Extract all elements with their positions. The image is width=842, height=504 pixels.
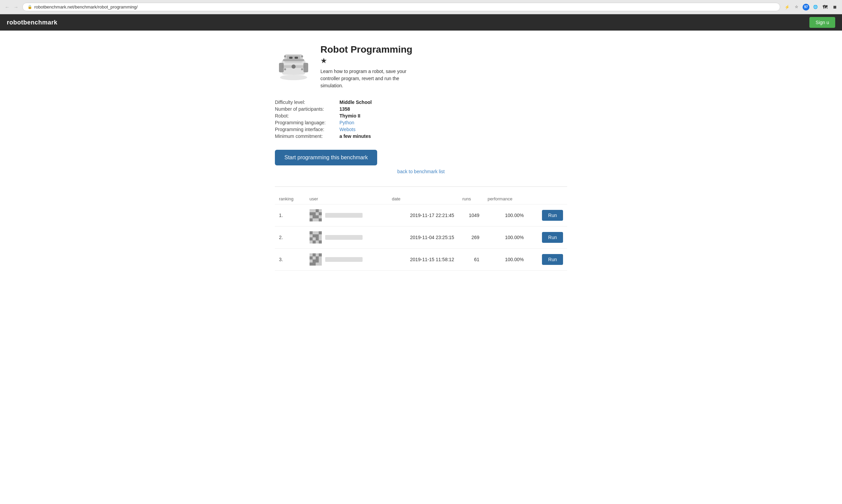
date-cell: 2019-11-15 11:58:12 <box>388 249 458 271</box>
logo[interactable]: robotbenchmark <box>7 19 57 26</box>
svg-rect-12 <box>283 59 304 61</box>
user-cell <box>305 227 388 249</box>
svg-point-6 <box>284 68 286 70</box>
user-cell <box>305 249 388 271</box>
svg-rect-18 <box>319 209 322 212</box>
svg-rect-38 <box>319 234 322 237</box>
svg-rect-27 <box>310 218 313 221</box>
svg-rect-34 <box>319 231 322 234</box>
svg-rect-28 <box>313 218 316 221</box>
participants-row: Number of participants: 1358 <box>275 106 567 112</box>
commitment-row: Minimum commitment: a few minutes <box>275 133 567 139</box>
signup-button[interactable]: Sign u <box>809 17 835 28</box>
extension2-icon[interactable]: 🌐 <box>812 4 819 11</box>
svg-point-7 <box>301 68 303 70</box>
browser-chrome: ← → 🔒 robotbenchmark.net/benchmark/robot… <box>0 0 842 14</box>
forward-button[interactable]: → <box>13 4 19 10</box>
col-user: user <box>305 194 388 204</box>
svg-rect-45 <box>316 240 319 244</box>
svg-rect-51 <box>310 256 313 259</box>
svg-rect-30 <box>319 218 322 221</box>
menu-icon[interactable]: ▦ <box>831 4 838 11</box>
profile-icon[interactable]: 97 <box>803 4 809 11</box>
difficulty-label: Difficulty level: <box>275 100 339 105</box>
commitment-label: Minimum commitment: <box>275 133 339 139</box>
benchmark-title: Robot Programming <box>320 44 416 55</box>
table-row: 1. 2019-11-17 22:21:45 1049 100.00% Run <box>275 204 567 227</box>
back-to-list-link[interactable]: back to benchmark list <box>275 169 567 174</box>
svg-rect-53 <box>316 256 319 259</box>
svg-rect-58 <box>319 259 322 263</box>
svg-rect-43 <box>310 240 313 244</box>
back-button[interactable]: ← <box>4 4 10 10</box>
svg-rect-35 <box>310 234 313 237</box>
svg-rect-19 <box>310 212 313 215</box>
svg-rect-24 <box>313 215 316 218</box>
svg-rect-52 <box>313 256 316 259</box>
section-divider <box>275 186 567 187</box>
maps-icon[interactable]: 🗺 <box>822 4 828 11</box>
extension-icon[interactable]: ⚡ <box>784 4 790 11</box>
robot-value: Thymio II <box>339 113 360 119</box>
difficulty-value: Middle School <box>339 100 372 105</box>
difficulty-row: Difficulty level: Middle School <box>275 100 567 105</box>
performance-cell: 100.00% <box>484 227 528 249</box>
run-button[interactable]: Run <box>542 210 563 221</box>
rankings-table: ranking user date runs performance 1. 20… <box>275 194 567 271</box>
svg-rect-32 <box>313 231 316 234</box>
star-icon[interactable]: ☆ <box>793 4 800 11</box>
col-action <box>528 194 567 204</box>
table-header-row: ranking user date runs performance <box>275 194 567 204</box>
user-cell <box>305 204 388 227</box>
run-button[interactable]: Run <box>542 232 563 243</box>
rank-cell: 2. <box>275 227 305 249</box>
interface-label: Programming interface: <box>275 127 339 132</box>
runs-cell: 1049 <box>458 204 484 227</box>
svg-rect-42 <box>319 237 322 240</box>
svg-rect-48 <box>313 253 316 256</box>
svg-rect-17 <box>316 209 319 212</box>
top-nav: robotbenchmark Sign u <box>0 14 842 31</box>
language-row: Programming language: Python <box>275 120 567 125</box>
runs-cell: 61 <box>458 249 484 271</box>
benchmark-header: Robot Programming ★ Learn how to program… <box>275 44 567 89</box>
svg-rect-36 <box>313 234 316 237</box>
language-label: Programming language: <box>275 120 339 125</box>
commitment-value: a few minutes <box>339 133 371 139</box>
performance-cell: 100.00% <box>484 204 528 227</box>
svg-rect-49 <box>316 253 319 256</box>
logo-bold: benchmark <box>23 19 57 26</box>
svg-rect-33 <box>316 231 319 234</box>
url-text: robotbenchmark.net/benchmark/robot_progr… <box>34 4 138 10</box>
svg-rect-26 <box>319 215 322 218</box>
svg-rect-16 <box>313 209 316 212</box>
language-value[interactable]: Python <box>339 120 354 125</box>
svg-rect-37 <box>316 234 319 237</box>
svg-rect-59 <box>310 263 313 266</box>
participants-value: 1358 <box>339 106 350 112</box>
svg-rect-41 <box>316 237 319 240</box>
svg-rect-47 <box>310 253 313 256</box>
participants-label: Number of participants: <box>275 106 339 112</box>
lock-icon: 🔒 <box>28 5 32 9</box>
svg-rect-57 <box>316 259 319 263</box>
svg-rect-20 <box>313 212 316 215</box>
table-row: 3. 2019-11-15 11:58:12 61 100.00% Run <box>275 249 567 271</box>
svg-rect-23 <box>310 215 313 218</box>
run-button[interactable]: Run <box>542 254 563 265</box>
difficulty-star: ★ <box>320 56 416 65</box>
user-avatar <box>310 231 322 244</box>
interface-value[interactable]: Webots <box>339 127 355 132</box>
robot-label: Robot: <box>275 113 339 119</box>
rank-cell: 1. <box>275 204 305 227</box>
runs-cell: 269 <box>458 227 484 249</box>
svg-rect-8 <box>289 57 293 59</box>
address-bar[interactable]: 🔒 robotbenchmark.net/benchmark/robot_pro… <box>22 3 780 11</box>
browser-nav-icons: ← → <box>4 4 19 10</box>
run-btn-cell: Run <box>528 204 567 227</box>
start-programming-button[interactable]: Start programming this benchmark <box>275 150 377 165</box>
col-ranking: ranking <box>275 194 305 204</box>
svg-rect-25 <box>316 215 319 218</box>
cta-section: Start programming this benchmark back to… <box>275 150 567 174</box>
svg-point-5 <box>301 55 303 57</box>
